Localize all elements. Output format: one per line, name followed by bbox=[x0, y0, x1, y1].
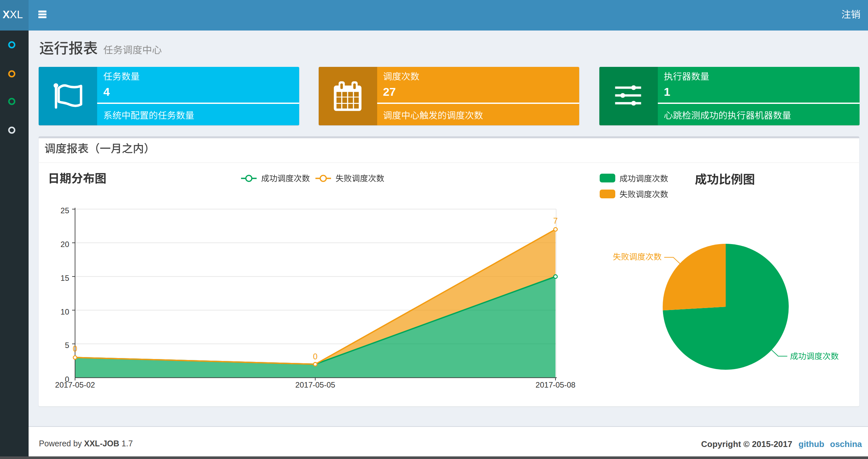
svg-text:7: 7 bbox=[553, 216, 558, 225]
svg-text:0: 0 bbox=[73, 344, 77, 353]
svg-text:github: github bbox=[799, 439, 824, 449]
svg-text:25: 25 bbox=[60, 206, 69, 215]
svg-text:5: 5 bbox=[65, 341, 69, 350]
svg-text:XXL: XXL bbox=[3, 8, 23, 21]
svg-text:0: 0 bbox=[313, 352, 318, 361]
svg-text:20: 20 bbox=[60, 240, 69, 249]
svg-text:2017-05-02: 2017-05-02 bbox=[55, 381, 95, 389]
svg-text:4: 4 bbox=[103, 86, 110, 98]
svg-text:27: 27 bbox=[383, 86, 396, 98]
svg-text:2017-05-05: 2017-05-05 bbox=[295, 381, 335, 389]
svg-text:Copyright © 2015-2017: Copyright © 2015-2017 bbox=[701, 439, 792, 449]
svg-text:oschina: oschina bbox=[830, 439, 862, 449]
svg-text:2017-05-08: 2017-05-08 bbox=[536, 381, 576, 389]
svg-text:15: 15 bbox=[60, 274, 69, 283]
svg-text:1: 1 bbox=[664, 86, 671, 98]
svg-text:Powered by XXL-JOB 1.7: Powered by XXL-JOB 1.7 bbox=[39, 439, 133, 448]
svg-text:10: 10 bbox=[60, 307, 69, 316]
